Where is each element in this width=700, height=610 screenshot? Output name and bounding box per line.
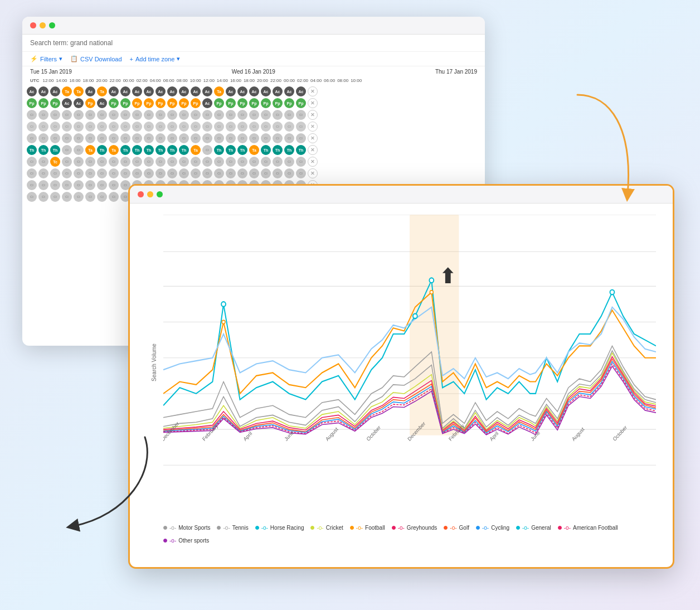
- maximize-dot[interactable]: [49, 22, 55, 28]
- dot[interactable]: Ta: [249, 145, 259, 155]
- dot[interactable]: Ac: [261, 86, 271, 96]
- dot[interactable]: Cl: [132, 110, 142, 120]
- maximize-dot-fg[interactable]: [157, 191, 163, 197]
- dot[interactable]: Cl: [296, 110, 306, 120]
- dot[interactable]: Pp: [284, 98, 294, 108]
- close-dot-fg[interactable]: [138, 191, 144, 197]
- dot[interactable]: Th: [237, 145, 247, 155]
- dot[interactable]: Ac: [296, 86, 306, 96]
- dot[interactable]: Ac: [38, 86, 48, 96]
- dot[interactable]: Th: [167, 145, 177, 155]
- remove-row-4[interactable]: ✕: [308, 122, 318, 132]
- dot[interactable]: Cl: [249, 110, 259, 120]
- dot[interactable]: Pp: [191, 98, 201, 108]
- dot[interactable]: Pp: [237, 98, 247, 108]
- dot[interactable]: Th: [261, 145, 271, 155]
- dot[interactable]: Pp: [109, 98, 119, 108]
- dot[interactable]: Ac: [237, 86, 247, 96]
- dot[interactable]: Ta: [74, 86, 84, 96]
- dot[interactable]: Ac: [179, 86, 189, 96]
- dot[interactable]: Th: [50, 145, 60, 155]
- dot[interactable]: Ac: [144, 86, 154, 96]
- dot[interactable]: Cl: [167, 110, 177, 120]
- timezone-button[interactable]: + Add time zone ▾: [130, 55, 181, 62]
- dot[interactable]: Cl: [144, 110, 154, 120]
- remove-row-2[interactable]: ✕: [308, 98, 318, 108]
- dot[interactable]: Pp: [214, 98, 224, 108]
- dot[interactable]: Pp: [167, 98, 177, 108]
- remove-row-7[interactable]: ✕: [308, 157, 318, 167]
- dot[interactable]: Cl: [62, 145, 72, 155]
- dot[interactable]: Cl: [50, 110, 60, 120]
- dot[interactable]: Th: [132, 145, 142, 155]
- dot[interactable]: Cl: [202, 110, 212, 120]
- dot[interactable]: Cl: [27, 110, 37, 120]
- dot[interactable]: Pp: [273, 98, 283, 108]
- dot[interactable]: Th: [226, 145, 236, 155]
- close-dot[interactable]: [30, 22, 36, 28]
- dot[interactable]: Th: [296, 145, 306, 155]
- dot[interactable]: Th: [38, 145, 48, 155]
- dot[interactable]: Pp: [38, 98, 48, 108]
- dot[interactable]: Ta: [62, 86, 72, 96]
- dot[interactable]: Ta: [85, 145, 95, 155]
- dot[interactable]: Pp: [249, 98, 259, 108]
- dot[interactable]: Ac: [191, 86, 201, 96]
- dot[interactable]: Pp: [144, 98, 154, 108]
- dot[interactable]: Ta: [191, 145, 201, 155]
- dot[interactable]: Pp: [296, 98, 306, 108]
- remove-row-6[interactable]: ✕: [308, 145, 318, 155]
- dot[interactable]: Cl: [226, 110, 236, 120]
- dot[interactable]: Pp: [226, 98, 236, 108]
- dot[interactable]: Ac: [120, 86, 130, 96]
- minimize-dot[interactable]: [40, 22, 46, 28]
- minimize-dot-fg[interactable]: [147, 191, 153, 197]
- dot[interactable]: Cl: [191, 110, 201, 120]
- dot[interactable]: Th: [144, 145, 154, 155]
- dot[interactable]: Cl: [62, 110, 72, 120]
- dot[interactable]: Ac: [132, 86, 142, 96]
- dot[interactable]: Pp: [120, 98, 130, 108]
- dot[interactable]: Cl: [109, 110, 119, 120]
- remove-row-1[interactable]: ✕: [308, 86, 318, 96]
- dot[interactable]: Pp: [132, 98, 142, 108]
- dot[interactable]: Pp: [50, 98, 60, 108]
- dot[interactable]: Pp: [261, 98, 271, 108]
- csv-button[interactable]: 📋 CSV Download: [70, 55, 122, 62]
- dot[interactable]: Cl: [74, 145, 84, 155]
- dot[interactable]: Pp: [179, 98, 189, 108]
- dot[interactable]: Ac: [85, 86, 95, 96]
- dot[interactable]: Th: [273, 145, 283, 155]
- dot[interactable]: Th: [284, 145, 294, 155]
- dot[interactable]: Ac: [273, 86, 283, 96]
- filters-button[interactable]: ⚡ Filters ▾: [30, 55, 62, 62]
- dot[interactable]: Ac: [74, 98, 84, 108]
- dot[interactable]: Cl: [74, 110, 84, 120]
- dot[interactable]: Ac: [167, 86, 177, 96]
- remove-row-3[interactable]: ✕: [308, 110, 318, 120]
- dot[interactable]: Ac: [27, 86, 37, 96]
- remove-row-8[interactable]: ✕: [308, 168, 318, 178]
- dot[interactable]: Ac: [155, 86, 166, 96]
- dot[interactable]: Cl: [97, 110, 107, 120]
- dot[interactable]: Ac: [202, 98, 212, 108]
- dot[interactable]: Ac: [202, 86, 212, 96]
- dot[interactable]: Ac: [109, 86, 119, 96]
- dot[interactable]: Cl: [85, 110, 95, 120]
- dot[interactable]: Ac: [284, 86, 294, 96]
- dot[interactable]: Ta: [97, 86, 107, 96]
- dot[interactable]: Pp: [85, 98, 95, 108]
- dot[interactable]: Th: [120, 145, 130, 155]
- dot[interactable]: Cl: [273, 110, 283, 120]
- dot[interactable]: Cl: [155, 110, 166, 120]
- dot[interactable]: Cl: [237, 110, 247, 120]
- dot[interactable]: Ta: [109, 145, 119, 155]
- dot[interactable]: Pp: [27, 98, 37, 108]
- dot[interactable]: Th: [179, 145, 189, 155]
- dot[interactable]: Cl: [214, 110, 224, 120]
- dot[interactable]: Cl: [202, 145, 212, 155]
- dot[interactable]: Ac: [226, 86, 236, 96]
- dot[interactable]: Ac: [97, 98, 107, 108]
- dot[interactable]: Cl: [179, 110, 189, 120]
- dot[interactable]: Cl: [38, 110, 48, 120]
